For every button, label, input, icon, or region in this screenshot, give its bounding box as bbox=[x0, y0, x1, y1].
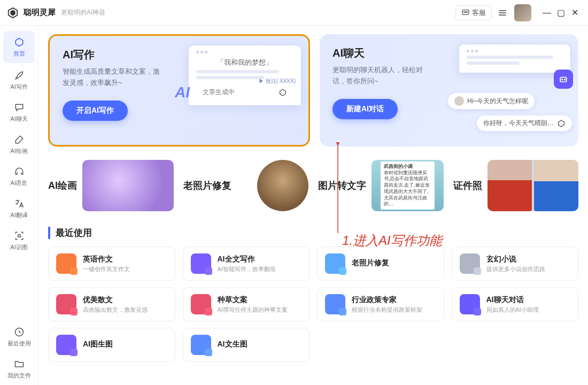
new-ai-chat-button[interactable]: 新建AI对话 bbox=[332, 99, 398, 119]
sidebar-item-paint[interactable]: AI绘画 bbox=[0, 128, 38, 160]
ocr-sample-body: 有时候到重庆随便买书,总会不自觉地跟武昌街走去,走了,最近发现武昌街大大不同了,… bbox=[384, 170, 430, 206]
ocr-sample-title: 武昌街的小调 bbox=[384, 164, 413, 169]
recent-card-7[interactable]: AI聊天对话 宛如真人的AI小助理 bbox=[452, 287, 579, 321]
recent-card-6[interactable]: 行业政策专家 根据行业名称提供政策框架 bbox=[317, 287, 444, 321]
sidebar-item-label: AI绘画 bbox=[10, 147, 27, 155]
feature-thumb-id bbox=[488, 160, 579, 211]
feature-title: 证件照 bbox=[453, 179, 482, 192]
clock-icon bbox=[13, 326, 25, 338]
recent-card-desc: 一键创作英文作文 bbox=[83, 265, 167, 273]
sidebar-item-voice[interactable]: Ai语音 bbox=[0, 160, 38, 192]
sidebar-item-label: Ai语音 bbox=[11, 179, 28, 187]
feature-card-id-photo[interactable]: 证件照 bbox=[453, 156, 579, 215]
chat-bubble-user: Hi~今天的天气怎样呢 bbox=[467, 97, 528, 106]
recent-card-title: AI全文写作 bbox=[218, 255, 302, 264]
sidebar-item-write[interactable]: AI写作 bbox=[0, 64, 38, 96]
recent-card-title: AI图生图 bbox=[83, 340, 167, 349]
hero-card-chat[interactable]: AI聊天 更聪明的聊天机器人，轻松对话，答你所问~ 新建AI对话 Hi~今天的天… bbox=[320, 34, 578, 147]
recent-card-9[interactable]: AI文生图 bbox=[183, 328, 310, 362]
feature-card-paint[interactable]: AI绘画 bbox=[48, 156, 174, 215]
close-button[interactable]: ✕ bbox=[568, 7, 582, 18]
svg-point-14 bbox=[562, 79, 563, 80]
support-button[interactable]: 客服 bbox=[455, 5, 492, 20]
recent-card-icon bbox=[56, 335, 76, 355]
main-content: AI写作 智能生成高质量文章和文案，激发灵感，效率飙升~ 开启AI写作 「我和我… bbox=[38, 26, 588, 385]
chat-icon bbox=[13, 102, 25, 113]
sidebar-item-ocr[interactable]: AI识图 bbox=[0, 225, 38, 257]
recent-card-2[interactable]: 老照片修复 bbox=[317, 247, 444, 281]
sidebar-item-label: 我的文件 bbox=[7, 372, 31, 380]
feature-thumb-photo bbox=[257, 160, 308, 211]
svg-point-3 bbox=[464, 12, 465, 12]
recent-card-icon bbox=[325, 253, 345, 274]
recent-card-title: 老照片修复 bbox=[352, 258, 436, 268]
hero-chat-desc: 更聪明的聊天机器人，轻松对话，答你所问~ bbox=[332, 65, 434, 87]
headphone-icon bbox=[13, 166, 25, 178]
svg-point-5 bbox=[467, 12, 467, 12]
sidebar-item-files[interactable]: 我的文件 bbox=[0, 353, 38, 385]
home-hex-icon bbox=[13, 36, 25, 48]
svg-marker-1 bbox=[10, 10, 15, 16]
feature-thumb-paint bbox=[82, 160, 174, 211]
support-label: 客服 bbox=[472, 8, 486, 18]
sidebar-item-chat[interactable]: AI聊天 bbox=[0, 96, 38, 128]
feature-card-ocr[interactable]: 图片转文字 武昌街的小调有时候到重庆随便买书,总会不自觉地跟武昌街走去,走了,最… bbox=[318, 156, 444, 215]
recent-card-desc: AI撰写任何主题的种草文案 bbox=[218, 306, 302, 314]
recent-card-desc: 提供更多小说创作思路 bbox=[486, 265, 571, 273]
app-logo-icon bbox=[6, 6, 19, 19]
feature-title: 图片转文字 bbox=[318, 179, 366, 192]
recent-card-title: AI文生图 bbox=[218, 340, 302, 349]
sidebar-item-translate[interactable]: AI翻译 bbox=[0, 192, 38, 225]
user-avatar[interactable] bbox=[514, 4, 531, 21]
maximize-button[interactable]: ▢ bbox=[554, 7, 568, 18]
recent-card-title: 行业政策专家 bbox=[352, 295, 436, 305]
chat-bubble-ai: 你好呀，今天天气晴朗… bbox=[483, 119, 554, 128]
sidebar-item-home[interactable]: 首页 bbox=[3, 31, 35, 63]
hero-card-write[interactable]: AI写作 智能生成高质量文章和文案，激发灵感，效率飙升~ 开启AI写作 「我和我… bbox=[48, 34, 310, 147]
recent-card-8[interactable]: AI图生图 bbox=[48, 328, 175, 362]
start-ai-write-button[interactable]: 开启AI写作 bbox=[63, 101, 128, 121]
feature-thumb-text: 武昌街的小调有时候到重庆随便买书,总会不自觉地跟武昌街走去,走了,最近发现武昌街… bbox=[372, 160, 444, 211]
recent-card-desc: 高效输出散文，激发灵感 bbox=[83, 306, 167, 314]
recent-card-icon bbox=[56, 253, 76, 274]
recent-card-1[interactable]: AI全文写作 AI智能写作，效率翻倍 bbox=[183, 247, 310, 281]
hex-icon bbox=[278, 88, 287, 97]
recent-card-0[interactable]: 英语作文 一键创作英文作文 bbox=[48, 247, 175, 281]
ai-badge-text: AI bbox=[175, 84, 190, 101]
app-name: 聪明灵犀 bbox=[24, 7, 56, 18]
hamburger-menu-icon[interactable] bbox=[497, 7, 508, 18]
feature-card-photo-restore[interactable]: 老照片修复 bbox=[183, 156, 309, 215]
sidebar-item-label: AI写作 bbox=[10, 83, 27, 91]
recent-card-icon bbox=[460, 294, 480, 314]
recent-card-icon bbox=[460, 253, 480, 274]
recent-card-5[interactable]: 种草文案 AI撰写任何主题的种草文案 bbox=[183, 287, 310, 321]
recent-card-title: 种草文案 bbox=[218, 295, 302, 305]
sidebar-item-label: 首页 bbox=[13, 50, 25, 58]
hero-write-desc: 智能生成高质量文章和文案，激发灵感，效率飙升~ bbox=[63, 66, 164, 89]
svg-marker-9 bbox=[16, 38, 22, 47]
brush-icon bbox=[13, 134, 25, 145]
section-recent-title: 最近使用 bbox=[48, 227, 578, 239]
translate-icon bbox=[13, 198, 25, 210]
mini-avatar-icon bbox=[454, 96, 464, 106]
sidebar-item-recent[interactable]: 最近使用 bbox=[0, 321, 38, 353]
sidebar: 首页 AI写作 AI聊天 AI绘画 Ai语音 AI翻译 AI识图 最 bbox=[0, 26, 38, 385]
recent-card-desc: 宛如真人的AI小助理 bbox=[486, 306, 571, 314]
chat-bubble-icon bbox=[461, 9, 470, 17]
minimize-button[interactable]: — bbox=[540, 8, 554, 18]
feather-icon bbox=[13, 70, 25, 81]
mock-note-label: ▶ 批注( XXXX) bbox=[259, 78, 296, 85]
recent-card-icon bbox=[325, 294, 345, 314]
recent-card-4[interactable]: 优美散文 高效输出散文，激发灵感 bbox=[48, 287, 175, 321]
mock-doc-title: 「我和我的梦想」 bbox=[196, 58, 293, 67]
sidebar-item-label: 最近使用 bbox=[7, 340, 31, 348]
recent-card-title: 优美散文 bbox=[83, 295, 167, 305]
recent-card-icon bbox=[191, 294, 211, 314]
hero-write-visual: 「我和我的梦想」 ▶ 批注( XXXX) 文章生成中 AI bbox=[189, 45, 301, 136]
recent-card-title: 英语作文 bbox=[83, 255, 167, 264]
robot-icon bbox=[554, 70, 573, 89]
recent-card-3[interactable]: 玄幻小说 提供更多小说创作思路 bbox=[452, 247, 579, 281]
recent-card-icon bbox=[191, 335, 211, 355]
feature-title: AI绘画 bbox=[48, 179, 77, 192]
sidebar-item-label: AI翻译 bbox=[10, 211, 27, 219]
